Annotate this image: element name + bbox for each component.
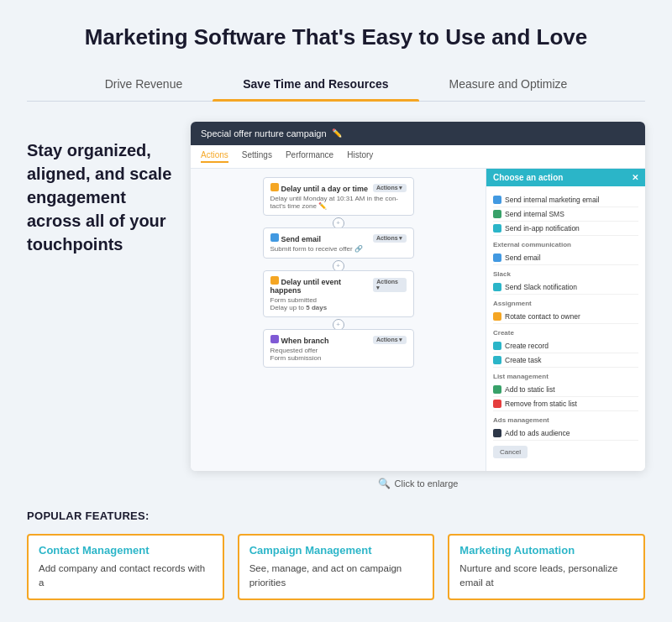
- workflow-node-delay2: Delay until event happens Actions ▾ Form…: [263, 270, 414, 317]
- tab-save-time[interactable]: Save Time and Resources: [213, 71, 418, 101]
- enlarge-hint[interactable]: 🔍 Click to enlarge: [378, 478, 459, 489]
- action-dot: [493, 429, 501, 437]
- nav-settings[interactable]: Settings: [242, 150, 272, 163]
- close-icon[interactable]: ✕: [632, 173, 638, 182]
- node-actions-btn[interactable]: Actions ▾: [373, 184, 407, 192]
- feature-card-automation: Marketing Automation Nurture and score l…: [448, 534, 645, 601]
- delay-icon: [270, 183, 279, 191]
- action-panel-title: Choose an action: [493, 173, 563, 182]
- popular-label: POPULAR FEATURES:: [27, 510, 645, 522]
- action-dot: [493, 312, 501, 321]
- node-actions-btn[interactable]: Actions ▾: [373, 278, 406, 292]
- connector: [338, 262, 339, 270]
- action-section-label: List management: [493, 373, 638, 380]
- action-section-label: Slack: [493, 270, 638, 278]
- left-description: Stay organized, aligned, and scale engag…: [27, 139, 174, 256]
- action-dot: [493, 342, 501, 350]
- node-title: Delay until a day or time Actions ▾: [270, 183, 407, 193]
- pencil-icon: ✏️: [332, 128, 342, 138]
- feature-desc-automation: Nurture and score leads, personalize ema…: [459, 562, 633, 591]
- action-item[interactable]: Send internal SMS: [493, 207, 638, 222]
- tab-bar: Drive Revenue Save Time and Resources Me…: [27, 71, 645, 102]
- feature-title-campaign[interactable]: Campaign Management: [249, 544, 423, 557]
- node-actions-btn[interactable]: Actions ▾: [373, 336, 407, 344]
- screenshot-nav: Actions Settings Performance History: [191, 145, 645, 169]
- workflow-node-email1: Send email Actions ▾ Submit form to rece…: [263, 227, 414, 259]
- action-item[interactable]: Add to ads audience: [493, 426, 638, 441]
- action-dot: [493, 196, 501, 204]
- action-dot: [493, 283, 501, 291]
- nav-performance[interactable]: Performance: [286, 150, 333, 163]
- enlarge-text: Click to enlarge: [395, 478, 459, 489]
- main-visual: Special offer nurture campaign ✏️ Action…: [191, 122, 645, 489]
- workflow-area: Delay until a day or time Actions ▾ Dela…: [191, 169, 486, 471]
- action-dot: [493, 254, 501, 262]
- action-panel: Choose an action ✕ Send internal marketi…: [486, 169, 645, 471]
- screenshot-title: Special offer nurture campaign: [201, 128, 327, 139]
- action-dot: [493, 210, 501, 218]
- content-area: Stay organized, aligned, and scale engag…: [27, 122, 645, 489]
- node-title: When branch Actions ▾: [270, 335, 407, 345]
- feature-title-contact[interactable]: Contact Management: [39, 544, 213, 557]
- workflow-node-branch1: When branch Actions ▾ Requested offerFor…: [263, 329, 414, 368]
- delay-icon: [270, 276, 279, 285]
- feature-title-automation[interactable]: Marketing Automation: [459, 544, 633, 557]
- nav-actions[interactable]: Actions: [201, 150, 228, 163]
- page-title: Marketing Software That's Easy to Use an…: [27, 24, 645, 52]
- node-content: Delay until Monday at 10:31 AM in the co…: [270, 195, 407, 210]
- cancel-button[interactable]: Cancel: [493, 446, 528, 458]
- action-dot: [493, 224, 501, 233]
- tab-measure-optimize[interactable]: Measure and Optimize: [419, 71, 598, 101]
- feature-card-contact: Contact Management Add company and conta…: [27, 534, 224, 601]
- action-item[interactable]: Rotate contact to owner: [493, 310, 638, 324]
- action-item[interactable]: Remove from static list: [493, 397, 638, 411]
- action-item[interactable]: Send email: [493, 251, 638, 265]
- action-dot: [493, 400, 501, 408]
- nav-history[interactable]: History: [347, 150, 373, 163]
- feature-desc-contact: Add company and contact records with a: [39, 562, 213, 591]
- zoom-icon: 🔍: [378, 478, 391, 489]
- connector: [338, 321, 339, 329]
- feature-card-campaign: Campaign Management See, manage, and act…: [238, 534, 435, 601]
- screenshot-header: Special offer nurture campaign ✏️: [191, 122, 645, 145]
- popular-section: POPULAR FEATURES: Contact Management Add…: [27, 510, 645, 601]
- feature-desc-campaign: See, manage, and act on campaign priorit…: [249, 562, 423, 591]
- action-item[interactable]: Create record: [493, 339, 638, 353]
- action-item[interactable]: Send internal marketing email: [493, 193, 638, 207]
- action-item[interactable]: Add to static list: [493, 383, 638, 397]
- node-content: Submit form to receive offer 🔗: [270, 245, 407, 253]
- action-item[interactable]: Send in-app notification: [493, 222, 638, 236]
- node-title: Send email Actions ▾: [270, 233, 407, 243]
- action-section-label: Assignment: [493, 300, 638, 307]
- action-section-label: External communication: [493, 241, 638, 248]
- action-dot: [493, 356, 501, 364]
- action-section-label: Create: [493, 329, 638, 337]
- action-item[interactable]: Send Slack notification: [493, 280, 638, 295]
- connector: [338, 219, 339, 227]
- action-item[interactable]: Create task: [493, 353, 638, 368]
- node-content: Form submittedDelay up to 5 days: [270, 296, 407, 311]
- tab-drive-revenue[interactable]: Drive Revenue: [75, 71, 213, 101]
- left-text-block: Stay organized, aligned, and scale engag…: [27, 122, 174, 256]
- page-wrapper: Marketing Software That's Easy to Use an…: [0, 0, 672, 617]
- node-title: Delay until event happens Actions ▾: [270, 276, 407, 295]
- action-dot: [493, 385, 501, 394]
- node-actions-btn[interactable]: Actions ▾: [373, 234, 407, 243]
- node-content: Requested offerForm submission: [270, 347, 407, 362]
- email-icon: [270, 233, 279, 242]
- branch-icon: [270, 335, 279, 343]
- workflow-node-delay1: Delay until a day or time Actions ▾ Dela…: [263, 177, 414, 216]
- screenshot-body: Delay until a day or time Actions ▾ Dela…: [191, 169, 645, 471]
- action-section-label: Ads management: [493, 416, 638, 424]
- action-panel-header: Choose an action ✕: [486, 169, 645, 186]
- screenshot-frame: Special offer nurture campaign ✏️ Action…: [191, 122, 645, 471]
- features-grid: Contact Management Add company and conta…: [27, 534, 645, 601]
